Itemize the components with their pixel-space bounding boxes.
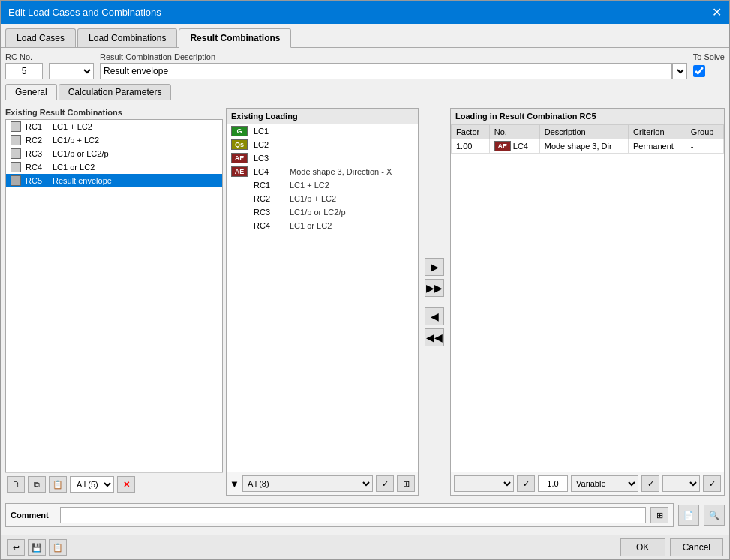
loading-item[interactable]: G LC1 [227,124,418,138]
col-criterion: Criterion [629,125,686,139]
to-solve-checkbox[interactable] [693,65,705,77]
loading-item[interactable]: RC2 LC1/p + LC2 [227,192,418,205]
loading-item[interactable]: Qs LC2 [227,138,418,151]
remove-from-rc-button[interactable]: ◀ [425,307,444,325]
tab-result-combinations[interactable]: Result Combinations [179,28,291,48]
lc2-name: LC2 [254,140,284,149]
duplicate-rc-button[interactable]: ⧉ [28,476,46,493]
table-row[interactable]: 1.00 AE LC4 Mode shape 3, Dir Permanent [452,139,724,154]
type-dropdown[interactable] [49,63,94,79]
rc3-code: RC3 [26,149,48,158]
existing-loading-list: G LC1 Qs LC2 AE LC3 [227,124,418,472]
rc1-desc: LC1 + LC2 [53,122,92,131]
lc1-badge: G [231,126,248,136]
content-area: Existing Result Combinations RC1 LC1 + L… [5,108,725,496]
lc3-badge: AE [231,153,248,163]
comment-input[interactable] [60,507,646,523]
list-item[interactable]: RC5 Result envelope [6,174,222,187]
footer-btn2[interactable]: 💾 [28,539,46,556]
to-solve-section: To Solve [693,52,725,79]
tab-load-cases[interactable]: Load Cases [5,28,76,47]
lc1-name: LC1 [254,127,284,136]
row-no: AE LC4 [489,139,539,154]
rc3-desc: LC1/p or LC2/p [53,149,109,158]
top-row: RC No. 5 Result Combination Description … [5,52,725,79]
sub-tab-general[interactable]: General [5,84,57,100]
comment-label: Comment [11,511,56,520]
list-item[interactable]: RC2 LC1/p + LC2 [6,133,222,147]
row-desc: Mode shape 3, Dir [539,139,628,154]
rc4-loading-name: RC4 [254,221,284,230]
all-rc-select[interactable]: All (5) [70,476,114,493]
left-panel: Existing Result Combinations RC1 LC1 + L… [5,108,223,496]
rc3-loading-name: RC3 [254,208,284,217]
cancel-button[interactable]: Cancel [670,538,723,556]
description-section: Result Combination Description Result en… [100,52,687,79]
description-label: Result Combination Description [100,52,687,61]
description-dropdown[interactable] [672,63,687,79]
loading-item[interactable]: RC3 LC1/p or LC2/p [227,205,418,219]
close-button[interactable]: ✕ [712,5,722,19]
rc-bottom-select[interactable] [454,475,514,492]
loading-item[interactable]: RC1 LC1 + LC2 [227,178,418,192]
result-combo-panel: Loading in Result Combination RC5 Factor… [450,108,725,496]
lc3-name: LC3 [254,154,284,163]
footer: ↩ 💾 📋 OK Cancel [1,535,729,559]
row-badge: AE [494,141,511,151]
comment-section: Comment ⊞ 📄 🔍 [5,500,725,530]
comment-extra-btn1[interactable]: 📄 [678,505,699,526]
title-bar: Edit Load Cases and Combinations ✕ [1,1,729,24]
row-group: - [686,139,723,154]
factor-input[interactable] [538,475,568,492]
ok-button[interactable]: OK [620,538,665,556]
list-item[interactable]: RC3 LC1/p or LC2/p [6,147,222,160]
lc2-badge: Qs [231,139,248,150]
remove-all-from-rc-button[interactable]: ◀◀ [425,328,444,346]
filter-grid-button[interactable]: ⊞ [397,475,415,492]
filter-check-button[interactable]: ✓ [376,475,394,492]
rc2-desc: LC1/p + LC2 [53,136,99,145]
rc1-loading-badge [231,180,248,190]
list-item[interactable]: RC1 LC1 + LC2 [6,120,222,133]
add-all-to-rc-button[interactable]: ▶▶ [425,279,444,297]
rc3-loading-desc: LC1/p or LC2/p [290,208,346,217]
loading-item[interactable]: RC4 LC1 or LC2 [227,219,418,232]
comment-extra-btn2[interactable]: 🔍 [704,505,725,526]
col-no: No. [489,125,539,139]
rc-no-label: RC No. [5,52,43,61]
list-item[interactable]: RC4 LC1 or LC2 [6,160,222,174]
existing-rc-header: Existing Result Combinations [5,108,223,117]
loading-item[interactable]: AE LC3 [227,151,418,165]
row-criterion: Permanent [629,139,686,154]
col-factor: Factor [452,125,490,139]
sub-tab-calc-params[interactable]: Calculation Parameters [59,84,172,100]
comment-icon-btn[interactable]: ⊞ [650,507,668,523]
to-solve-checkbox-row [693,63,725,79]
add-to-rc-button[interactable]: ▶ [425,258,444,276]
rc-no-value: 5 [5,63,43,79]
variable-check-button[interactable]: ✓ [641,475,659,492]
window-title: Edit Load Cases and Combinations [8,7,161,18]
footer-btn1[interactable]: ↩ [7,539,25,556]
rc2-badge [11,135,21,145]
footer-btn3[interactable]: 📋 [49,539,67,556]
rc1-loading-desc: LC1 + LC2 [290,181,329,190]
rc1-badge [11,121,21,132]
filter-select[interactable]: All (8) [242,475,373,492]
variable-select[interactable]: Variable [571,475,638,492]
group-select[interactable] [662,475,700,492]
rc-bottom-bar: ✓ Variable ✓ ✓ [451,472,724,495]
loading-item[interactable]: AE LC4 Mode shape 3, Direction - X [227,165,418,178]
main-window: Edit Load Cases and Combinations ✕ Load … [0,0,730,560]
type-dropdown-section [49,52,94,79]
lc4-name: LC4 [254,167,284,176]
something-rc-button[interactable]: 📋 [49,476,67,493]
group-check-button[interactable]: ✓ [703,475,721,492]
tab-load-combinations[interactable]: Load Combinations [77,28,177,47]
rc-check-button[interactable]: ✓ [517,475,535,492]
col-desc: Description [539,125,628,139]
footer-right: OK Cancel [620,538,723,556]
add-rc-button[interactable]: 🗋 [7,476,25,493]
delete-rc-button[interactable]: ✕ [117,476,135,493]
filter-icon: ▼ [230,478,239,490]
